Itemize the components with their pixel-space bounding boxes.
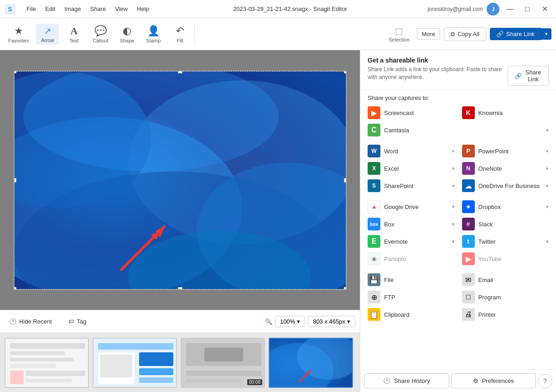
- minimize-button[interactable]: —: [503, 2, 517, 16]
- service-program[interactable]: □ Program: [458, 288, 553, 306]
- tool-stamp[interactable]: 👤 Stamp: [142, 23, 165, 45]
- thumbnail-4[interactable]: [269, 338, 353, 388]
- favorites-icon: ★: [14, 25, 23, 37]
- svg-rect-21: [98, 343, 173, 350]
- service-evernote[interactable]: E Evernote ▾: [364, 233, 458, 250]
- row-evernote-twitter: E Evernote ▾ t Twitter ▾: [364, 233, 552, 250]
- menu-help[interactable]: Help: [133, 5, 153, 13]
- history-icon: 🕐: [383, 377, 390, 384]
- service-googledrive[interactable]: 🔺 Google Drive ▾: [364, 198, 458, 215]
- stamp-icon: 👤: [147, 25, 160, 37]
- share-captures-title: Share your captures to:: [360, 90, 556, 104]
- sharepoint-icon: S: [368, 179, 380, 192]
- clock-icon: 🕐: [9, 318, 16, 325]
- svg-rect-25: [139, 368, 173, 375]
- knowmia-icon: K: [462, 106, 475, 119]
- selection-label: Selection: [389, 37, 409, 42]
- menu-view[interactable]: View: [111, 5, 131, 13]
- canvas-area[interactable]: [0, 50, 360, 310]
- menu-file[interactable]: File: [23, 5, 40, 13]
- service-printer[interactable]: 🖨 Printer: [458, 306, 553, 323]
- handle-bot-left[interactable]: [14, 287, 16, 290]
- service-ftp[interactable]: ⊕ FTP: [364, 288, 458, 306]
- divider-1: [364, 139, 552, 142]
- program-name: Program: [478, 294, 501, 301]
- tool-callout[interactable]: 💬 Callout: [89, 23, 112, 45]
- hide-recent-button[interactable]: 🕐 Hide Recent: [5, 316, 57, 327]
- dropbox-icon: ✦: [462, 200, 475, 213]
- search-icon: 🔍: [265, 318, 272, 325]
- service-word[interactable]: W Word ▾: [364, 142, 458, 160]
- service-dropbox[interactable]: ✦ Dropbox ▾: [458, 198, 553, 215]
- service-sharepoint[interactable]: S SharePoint ▾: [364, 177, 458, 194]
- share-link-label: Share Link: [506, 31, 535, 37]
- handle-top-mid[interactable]: [178, 71, 182, 73]
- handle-top-right[interactable]: [344, 71, 347, 73]
- more-button[interactable]: More: [417, 28, 441, 40]
- menu-edit[interactable]: Edit: [42, 5, 59, 13]
- tool-text[interactable]: A Text: [62, 23, 85, 45]
- slack-name: Slack: [478, 221, 493, 228]
- tool-arrow[interactable]: ↗ Arrow: [36, 24, 59, 45]
- service-powerpoint[interactable]: P PowerPoint ▾: [458, 142, 553, 160]
- tool-shape[interactable]: ◐ Shape: [116, 23, 139, 45]
- service-screencast[interactable]: ▶ Screencast: [364, 104, 458, 121]
- handle-top-left[interactable]: [14, 71, 16, 73]
- word-icon: W: [368, 145, 380, 157]
- link-icon-inline: 🔗: [514, 73, 522, 79]
- camtasia-chevron: ▾: [546, 127, 549, 133]
- wallpaper-svg: [14, 71, 347, 290]
- youtube-icon: ▶: [462, 252, 475, 265]
- menu-share[interactable]: Share: [87, 5, 110, 13]
- arrow-label: Arrow: [41, 37, 54, 43]
- size-button[interactable]: 803 x 465px ▾: [308, 316, 355, 327]
- service-file[interactable]: 💾 File: [364, 271, 458, 288]
- service-twitter[interactable]: t Twitter ▾: [458, 233, 553, 250]
- word-name: Word: [384, 148, 398, 155]
- panopto-icon: ◉: [368, 252, 380, 265]
- share-history-button[interactable]: 🕐 Share History: [364, 373, 449, 388]
- share-link-inline-label: Share Link: [525, 69, 542, 83]
- close-button[interactable]: ✕: [538, 2, 551, 16]
- service-onenote[interactable]: N OneNote ▾: [458, 160, 553, 177]
- onedrive-icon: ☁: [462, 179, 475, 192]
- help-button[interactable]: ?: [538, 374, 552, 388]
- maximize-button[interactable]: □: [520, 2, 534, 16]
- thumbnail-2[interactable]: [93, 338, 177, 388]
- tool-fill[interactable]: ↷ Fill: [169, 23, 192, 45]
- thumbnail-3[interactable]: 00:08: [181, 338, 265, 388]
- user-email: jonesktroy@gmail.com: [427, 6, 483, 12]
- service-knowmia[interactable]: K Knowmia: [458, 104, 553, 121]
- share-link-inline-button[interactable]: 🔗 Share Link: [508, 66, 549, 86]
- share-link-dropdown[interactable]: ▾: [541, 28, 551, 40]
- zoom-button[interactable]: 100% ▾: [275, 316, 305, 327]
- copy-all-button[interactable]: ⧉ Copy All: [444, 27, 486, 41]
- thumbnail-1[interactable]: [5, 338, 89, 388]
- zoom-level: 100%: [280, 318, 295, 325]
- service-slack[interactable]: # Slack: [458, 215, 553, 233]
- service-clipboard[interactable]: 📋 Clipboard: [364, 306, 458, 323]
- twitter-chevron: ▾: [546, 239, 549, 245]
- dropbox-name: Dropbox: [478, 204, 501, 210]
- tag-button[interactable]: 🏷 Tag: [64, 316, 91, 327]
- tool-favorites[interactable]: ★ Favorites: [5, 23, 32, 45]
- service-camtasia[interactable]: C Camtasia ▾: [364, 121, 552, 139]
- user-avatar[interactable]: J: [487, 3, 499, 16]
- service-box[interactable]: box Box ▾: [364, 215, 458, 233]
- handle-bot-right[interactable]: [344, 287, 347, 290]
- share-link-button[interactable]: 🔗 Share Link: [490, 28, 541, 40]
- size-chevron: ▾: [347, 318, 350, 325]
- preferences-button[interactable]: ⚙ Preferences: [451, 373, 536, 388]
- text-icon: A: [70, 25, 78, 37]
- service-email[interactable]: ✉ Email: [458, 271, 553, 288]
- thumb3-duration: 00:08: [247, 379, 262, 385]
- service-onedrive[interactable]: ☁ OneDrive For Business ▾: [458, 177, 553, 194]
- handle-bot-mid[interactable]: [178, 287, 182, 290]
- handle-mid-left[interactable]: [14, 178, 16, 183]
- handle-mid-right[interactable]: [344, 178, 347, 183]
- selection-button[interactable]: ⬚ Selection: [385, 24, 413, 44]
- toolbar-separator: [194, 25, 195, 43]
- menu-image[interactable]: Image: [61, 5, 84, 13]
- onedrive-name: OneDrive For Business: [478, 183, 540, 189]
- service-excel[interactable]: X Excel ▾: [364, 160, 458, 177]
